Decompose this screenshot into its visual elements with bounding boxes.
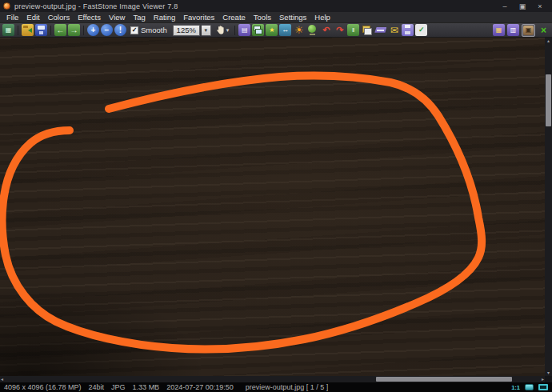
menu-settings[interactable]: Settings (275, 13, 310, 22)
view-mode-group: ▦ ▥ ▣ × (493, 24, 550, 37)
hand-dropdown-icon[interactable]: ▾ (226, 27, 230, 34)
menu-effects[interactable]: Effects (74, 13, 105, 22)
menu-tools[interactable]: Tools (250, 13, 275, 22)
horizontal-scrollbar[interactable]: ◂ ▸ (0, 376, 545, 382)
image-canvas[interactable] (0, 38, 545, 376)
menu-help[interactable]: Help (310, 13, 334, 22)
next-image-icon[interactable]: → (68, 24, 80, 36)
browse-icon[interactable]: ▦ (2, 24, 14, 36)
menu-tag[interactable]: Tag (129, 13, 149, 22)
windows-layout-icon[interactable]: ▦ (493, 24, 505, 36)
status-zoom-controls: 1:1 (511, 384, 548, 391)
adjust-colors-icon[interactable] (306, 24, 318, 36)
app-window: preview-output.jpg - FastStone Image Vie… (0, 0, 552, 392)
resize-icon[interactable]: ↔ (279, 24, 291, 36)
status-dimensions: 4096 x 4096 (16.78 MP) (4, 383, 82, 391)
full-view-active-button[interactable]: ▣ (522, 24, 535, 37)
status-color-depth: 24bit (89, 383, 105, 391)
external-programs-icon[interactable]: ✓ (415, 24, 427, 36)
toolbar: ▦ ← → + − ! ✓ Smooth 125% ▾ ▾ ▤ ★ ↔ ☀ ↶ … (0, 23, 552, 38)
adjust-lighting-icon[interactable]: ☀ (293, 24, 305, 36)
smooth-option: ✓ Smooth (130, 26, 167, 34)
toolbar-separator (234, 26, 235, 35)
menu-colors[interactable]: Colors (44, 13, 74, 22)
window-title: preview-output.jpg - FastStone Image Vie… (14, 2, 178, 10)
previous-image-icon[interactable]: ← (54, 24, 66, 36)
smooth-checkbox[interactable]: ✓ (130, 26, 138, 34)
image-viewport: ▴ ▾ ◂ ▸ (0, 38, 552, 382)
thumbnail-view-icon[interactable]: ▥ (507, 24, 519, 36)
scroll-left-icon[interactable]: ◂ (0, 376, 4, 382)
faststone-logo-icon (3, 2, 10, 10)
zoom-in-icon[interactable]: + (87, 24, 99, 36)
menu-file[interactable]: File (2, 13, 22, 22)
horizontal-scroll-thumb[interactable] (376, 377, 512, 382)
smooth-label: Smooth (141, 26, 167, 34)
maximize-button[interactable]: ▣ (514, 1, 531, 12)
toolbar-separator (83, 26, 84, 35)
slideshow-icon[interactable]: ▤ (238, 24, 250, 36)
minimize-button[interactable]: – (496, 1, 514, 12)
menu-rating[interactable]: Rating (150, 13, 179, 22)
zoom-out-icon[interactable]: − (101, 24, 113, 36)
vertical-scroll-thumb[interactable] (546, 74, 551, 126)
menu-create[interactable]: Create (218, 13, 250, 22)
scrollbar-corner (545, 376, 552, 382)
menu-view[interactable]: View (105, 13, 129, 22)
status-format: JPG (111, 383, 126, 391)
print-icon[interactable] (402, 24, 414, 36)
menu-edit[interactable]: Edit (22, 13, 43, 22)
menu-favorites[interactable]: Favorites (179, 13, 218, 22)
fit-window-icon[interactable] (525, 384, 534, 390)
compare-images-icon[interactable] (252, 24, 264, 36)
email-icon[interactable]: ✉ (388, 24, 400, 36)
draw-board-icon[interactable]: ★ (266, 24, 278, 36)
zoom-dropdown-button[interactable]: ▾ (202, 25, 211, 36)
save-icon[interactable] (35, 24, 47, 36)
close-button[interactable]: × (531, 1, 549, 12)
menu-bar: File Edit Colors Effects View Tag Rating… (0, 12, 552, 23)
status-file-size: 1.33 MB (133, 383, 160, 391)
rotate-left-icon[interactable]: ↶ (320, 24, 332, 36)
annotation-stroke (2, 76, 482, 350)
toolbar-separator (50, 26, 51, 35)
status-timestamp: 2024-07-27 00:19:50 (166, 383, 234, 391)
open-folder-icon[interactable] (22, 24, 34, 36)
annotation-layer (0, 38, 545, 376)
hand-tool-icon[interactable]: ▾ (215, 25, 230, 35)
compare-selected-icon[interactable]: ‖ (347, 24, 359, 36)
hand-icon-glyph (215, 25, 226, 35)
scroll-up-icon[interactable]: ▴ (546, 38, 550, 44)
copy-to-folder-icon[interactable] (361, 24, 373, 36)
actual-size-icon[interactable]: ! (114, 24, 126, 36)
zoom-level-field[interactable]: 125% (173, 25, 200, 36)
status-bar: 4096 x 4096 (16.78 MP) 24bit JPG 1.33 MB… (0, 382, 552, 392)
title-bar: preview-output.jpg - FastStone Image Vie… (0, 0, 552, 12)
full-view-icon: ▣ (523, 26, 534, 35)
status-file-position: preview-output.jpg [ 1 / 5 ] (246, 383, 329, 391)
scroll-down-icon[interactable]: ▾ (546, 370, 550, 376)
vertical-scrollbar[interactable]: ▴ ▾ (545, 38, 552, 376)
fit-screen-icon[interactable] (538, 384, 548, 390)
actual-size-toggle-icon[interactable]: 1:1 (511, 384, 520, 391)
toolbar-separator (18, 26, 18, 35)
rotate-right-icon[interactable]: ↷ (334, 24, 346, 36)
scanner-icon[interactable] (374, 24, 386, 36)
fullscreen-icon[interactable]: × (538, 24, 550, 36)
window-controls: – ▣ × (496, 1, 549, 12)
